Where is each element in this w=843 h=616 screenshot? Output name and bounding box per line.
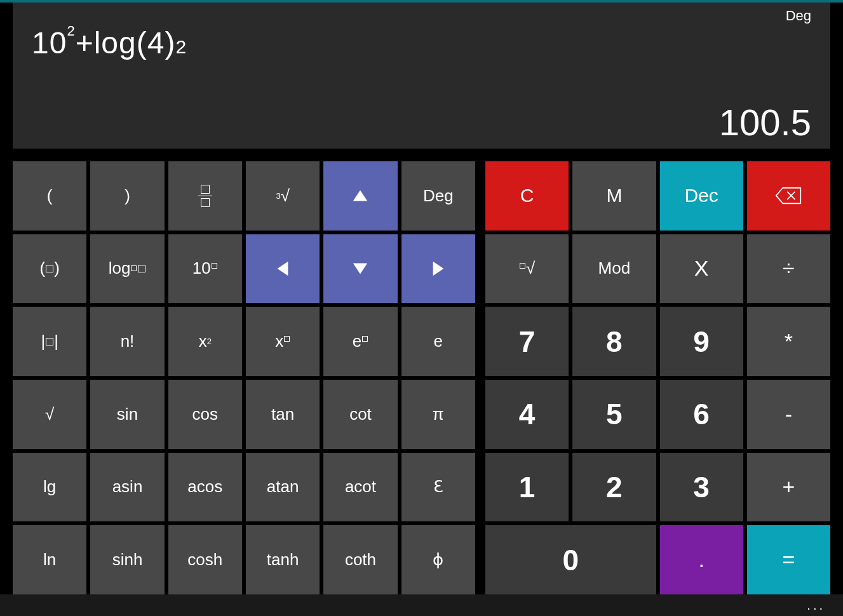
digit-5-button[interactable]: 5: [572, 380, 656, 449]
x2-base: x: [199, 331, 207, 351]
tenpow-base: 10: [192, 258, 211, 278]
phi-button[interactable]: ɸ: [401, 525, 475, 594]
expression-display: 102+log(4)2: [32, 23, 811, 60]
pi-button[interactable]: π: [401, 380, 475, 449]
equals-button[interactable]: =: [747, 525, 830, 594]
backspace-button[interactable]: [747, 161, 830, 231]
ten-power-button[interactable]: 10: [168, 234, 242, 304]
acos-button[interactable]: acos: [168, 453, 242, 522]
parentheses-template-button[interactable]: (): [13, 234, 86, 304]
digit-7-button[interactable]: 7: [485, 307, 569, 376]
arrow-down-button[interactable]: [323, 234, 397, 304]
digit-2-button[interactable]: 2: [572, 453, 656, 522]
acot-button[interactable]: acot: [323, 453, 397, 522]
app-bottom-bar[interactable]: ...: [0, 594, 843, 616]
abs-button[interactable]: ||: [13, 307, 86, 376]
expr-trail: 2: [175, 36, 187, 57]
e-constant-button[interactable]: e: [401, 307, 475, 376]
x-squared-button[interactable]: x2: [168, 307, 242, 376]
scientific-pad: ( ) 3√ Deg () log 10: [13, 161, 475, 594]
multiply-x-button[interactable]: X: [660, 234, 743, 304]
log-base-button[interactable]: log: [90, 234, 164, 304]
digit-8-button[interactable]: 8: [572, 307, 656, 376]
nth-root-button[interactable]: √: [485, 234, 569, 304]
divide-button[interactable]: ÷: [747, 234, 830, 304]
lg-button[interactable]: lg: [13, 453, 86, 522]
clear-button[interactable]: C: [485, 161, 569, 231]
cbrt-prefix: 3: [276, 191, 280, 201]
deg-toggle-button[interactable]: Deg: [401, 161, 475, 231]
numeric-pad: C M Dec √ Mod X ÷ 7 8 9 * 4 5: [485, 161, 830, 594]
fraction-button[interactable]: [168, 161, 242, 231]
sqrt-button[interactable]: √: [13, 380, 86, 449]
result-display: 100.5: [719, 101, 811, 144]
xn-base: x: [275, 331, 283, 351]
triangle-left-icon: [274, 260, 292, 278]
backspace-icon: [775, 187, 802, 204]
sin-button[interactable]: sin: [90, 380, 164, 449]
triangle-up-icon: [351, 187, 369, 204]
cos-button[interactable]: cos: [168, 380, 242, 449]
x2-exp: 2: [207, 337, 212, 346]
cot-button[interactable]: cot: [323, 380, 397, 449]
digit-4-button[interactable]: 4: [485, 380, 569, 449]
more-icon[interactable]: ...: [807, 598, 825, 613]
digit-9-button[interactable]: 9: [660, 307, 743, 376]
rparen-button[interactable]: ): [90, 161, 164, 231]
decimal-point-button[interactable]: .: [660, 525, 743, 594]
calculator-app: Deg 102+log(4)2 100.5 ( ) 3√ Deg (): [0, 0, 843, 616]
triangle-down-icon: [351, 260, 369, 278]
logbox-label: log: [109, 258, 131, 278]
fraction-icon: [198, 185, 212, 208]
keypad-area: ( ) 3√ Deg () log 10: [0, 149, 843, 594]
factorial-button[interactable]: n!: [90, 307, 164, 376]
x-power-n-button[interactable]: x: [246, 307, 320, 376]
coth-button[interactable]: coth: [323, 525, 397, 594]
memory-button[interactable]: M: [572, 161, 656, 231]
multiply-star-button[interactable]: *: [747, 307, 830, 376]
triangle-right-icon: [429, 260, 447, 278]
dec-mode-button[interactable]: Dec: [660, 161, 743, 231]
atan-button[interactable]: atan: [246, 453, 320, 522]
asin-button[interactable]: asin: [90, 453, 164, 522]
arrow-right-button[interactable]: [401, 234, 475, 304]
en-base: e: [353, 331, 361, 351]
expr-middle: +log(4): [76, 26, 176, 60]
cbrt-sym: √: [281, 186, 290, 206]
minus-button[interactable]: -: [747, 380, 830, 449]
angle-mode-indicator: Deg: [786, 8, 811, 24]
tan-button[interactable]: tan: [246, 380, 320, 449]
arrow-up-button[interactable]: [323, 161, 397, 231]
cosh-button[interactable]: cosh: [168, 525, 242, 594]
plus-button[interactable]: +: [747, 453, 830, 522]
digit-3-button[interactable]: 3: [660, 453, 743, 522]
expr-base: 10: [32, 25, 67, 60]
expr-exponent: 2: [67, 23, 75, 39]
arrow-left-button[interactable]: [246, 234, 320, 304]
digit-6-button[interactable]: 6: [660, 380, 743, 449]
cube-root-button[interactable]: 3√: [246, 161, 320, 231]
lparen-button[interactable]: (: [13, 161, 86, 231]
sinh-button[interactable]: sinh: [90, 525, 164, 594]
display-panel: Deg 102+log(4)2 100.5: [13, 3, 830, 149]
tanh-button[interactable]: tanh: [246, 525, 320, 594]
mod-button[interactable]: Mod: [572, 234, 656, 304]
epsilon-button[interactable]: Ɛ: [401, 453, 475, 522]
e-power-n-button[interactable]: e: [323, 307, 397, 376]
digit-0-button[interactable]: 0: [485, 525, 656, 594]
digit-1-button[interactable]: 1: [485, 453, 569, 522]
nroot-sym: √: [526, 258, 535, 278]
ln-button[interactable]: ln: [13, 525, 86, 594]
